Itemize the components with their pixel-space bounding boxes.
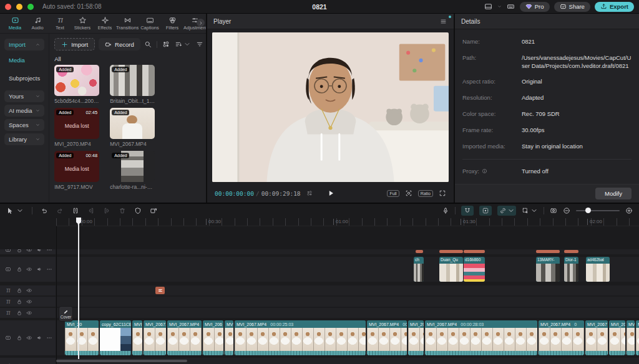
collapsed-clip-0[interactable] <box>416 250 423 253</box>
video-preview[interactable] <box>212 32 449 182</box>
cover-button[interactable]: Cover <box>59 306 73 322</box>
tab-media[interactable]: Media <box>4 16 26 31</box>
grid-view-icon[interactable] <box>162 41 170 48</box>
video-clip-3-mvi-2067-m[interactable]: MVI_2067.M <box>144 320 166 355</box>
eye-icon[interactable] <box>26 287 32 294</box>
eye-icon[interactable] <box>26 299 32 305</box>
export-button[interactable]: Export <box>595 2 634 12</box>
text-clip-0[interactable] <box>155 287 165 294</box>
lock-icon[interactable] <box>16 266 22 272</box>
overlay-clip-d16b860[interactable]: d16b860 <box>464 257 485 282</box>
overlay-clip-ad462bal[interactable]: ad462bal <box>586 257 610 282</box>
search-icon[interactable] <box>144 41 152 48</box>
more-tabs-button[interactable] <box>197 19 205 27</box>
media-card-img-9717-mov[interactable]: Added00:48Media lostIMG_9717.MOV <box>54 151 99 190</box>
media-card-5cb0d54c4-2008-avif[interactable]: Added5cb0d54c4...2008.avif <box>54 65 99 104</box>
filter-button[interactable] <box>196 41 206 48</box>
tab-captions[interactable]: Captions <box>139 16 161 31</box>
info-icon[interactable] <box>482 168 487 174</box>
delete-left-icon[interactable] <box>87 207 95 214</box>
lock-icon[interactable] <box>16 287 22 294</box>
auto-snap-button[interactable] <box>479 206 492 216</box>
modify-button[interactable]: Modify <box>595 188 632 199</box>
focus-icon[interactable] <box>405 189 412 197</box>
full-button[interactable]: Full <box>387 190 399 197</box>
videotrack-icon[interactable] <box>5 335 11 341</box>
chevron-down-icon[interactable] <box>16 207 24 214</box>
collapsed-clip-1[interactable] <box>439 250 463 253</box>
zoom-window-button[interactable] <box>27 4 34 10</box>
timeline-zoom-slider[interactable] <box>576 210 620 211</box>
link-clips-button[interactable] <box>497 206 516 216</box>
video-clip-9-mvi-20[interactable]: MVI_20 <box>408 320 424 355</box>
speaker-icon[interactable] <box>36 266 42 272</box>
video-clip-15-m[interactable]: M <box>636 320 639 355</box>
video-clip-8-mvi-2067-mp4[interactable]: MVI_2067.MP400: <box>367 320 407 355</box>
ratio-button[interactable]: Ratio <box>418 190 433 197</box>
overlay-clip-ch[interactable]: ch <box>414 257 424 282</box>
more-icon[interactable] <box>46 249 52 253</box>
video-clip-5-mvi-206[interactable]: MVI_206 <box>203 320 223 355</box>
video-clip-6-mvi[interactable]: MVI_ <box>225 320 233 355</box>
mask-icon[interactable] <box>134 207 142 214</box>
speaker-icon[interactable] <box>36 249 42 253</box>
magnetic-snap-button[interactable] <box>461 206 474 216</box>
share-button[interactable]: Share <box>554 2 590 12</box>
video-clip-10-mvi-2067-mp4[interactable]: MVI_2067.MP400:00:28:03 <box>425 320 537 355</box>
lock-icon[interactable] <box>16 249 22 253</box>
media-card-mvi-2067-mp4[interactable]: AddedMVI_2067.MP4 <box>110 108 155 147</box>
video-clip-13-mvi-20[interactable]: MVI_20 <box>609 320 625 355</box>
layout-icon[interactable] <box>484 2 493 11</box>
sidebar-item-ai-media[interactable]: AI media <box>4 105 44 117</box>
horizontal-scrollbar[interactable] <box>56 360 187 362</box>
sidebar-item-subprojects[interactable]: Subprojects <box>4 72 44 84</box>
eye-icon[interactable] <box>26 266 32 272</box>
media-card-charlotte-ra-ni-skirt-jpg[interactable]: Addedcharlotte-ra...ni-skirt.jpg <box>110 151 155 190</box>
video-clip-11-mvi-2067-mp4[interactable]: MVI_2067.MP40 <box>539 320 584 355</box>
eye-icon[interactable] <box>26 249 32 253</box>
video-clip-2-mvi[interactable]: MVI_ <box>132 320 142 355</box>
lock-icon[interactable] <box>16 335 22 341</box>
videotrack-icon[interactable] <box>5 249 11 253</box>
speaker-icon[interactable] <box>36 335 42 341</box>
delete-right-icon[interactable] <box>103 207 110 214</box>
sidebar-item-media[interactable]: Media <box>4 54 44 66</box>
sidebar-item-library[interactable]: Library <box>4 133 44 145</box>
tab-filters[interactable]: Filters <box>161 16 183 31</box>
tab-effects[interactable]: Effects <box>94 16 116 31</box>
frames-icon[interactable] <box>306 190 313 196</box>
player-menu-icon[interactable] <box>439 18 447 25</box>
sidebar-item-spaces[interactable]: Spaces <box>4 119 44 131</box>
media-card-mvi-2070-mp4[interactable]: Added02:45Media lostMVI_2070.MP4 <box>54 108 99 147</box>
play-button[interactable] <box>326 189 335 198</box>
split-icon[interactable] <box>72 207 79 214</box>
undo-icon[interactable] <box>41 207 48 214</box>
layout-caret-icon[interactable] <box>497 4 502 9</box>
overlay-clip-duan-qu[interactable]: Duan_Qu <box>439 257 463 282</box>
import-button[interactable]: Import <box>54 38 95 50</box>
video-clip-7-mvi-2067-mp4[interactable]: MVI_2067.MP400:00:25:03 <box>235 320 366 355</box>
tab-stickers[interactable]: Stickers <box>71 16 94 31</box>
tab-audio[interactable]: Audio <box>26 16 49 31</box>
tab-transitions[interactable]: Transitions <box>116 16 139 31</box>
zoom-in-icon[interactable] <box>625 207 633 214</box>
close-window-button[interactable] <box>5 4 11 10</box>
lock-icon[interactable] <box>16 310 22 316</box>
text-icon[interactable]: TI <box>5 287 11 294</box>
text-icon[interactable]: TI <box>5 310 11 316</box>
export-frame-icon[interactable] <box>150 207 157 214</box>
redo-icon[interactable] <box>56 207 64 214</box>
tab-text[interactable]: TIText <box>49 16 71 31</box>
collapsed-clip-2[interactable] <box>464 250 485 253</box>
video-clip-0-mvi-20[interactable]: MVI_20 <box>65 320 99 355</box>
pro-button[interactable]: Pro <box>520 2 550 12</box>
multi-select-button[interactable] <box>522 207 538 214</box>
collapsed-clip-4[interactable] <box>564 250 578 253</box>
shortcuts-icon[interactable] <box>506 2 515 11</box>
video-clip-12-mvi-2067[interactable]: MVI_2067 <box>585 320 608 355</box>
zoom-slider-knob[interactable] <box>585 208 591 213</box>
timeline-ruler[interactable]: 00:0000:3001:0001:3002:00 <box>56 218 639 226</box>
overlay-clip-13mary[interactable]: 13MARY- <box>536 257 560 282</box>
sidebar-item-yours[interactable]: Yours <box>4 90 44 102</box>
record-voiceover-icon[interactable] <box>442 207 449 214</box>
